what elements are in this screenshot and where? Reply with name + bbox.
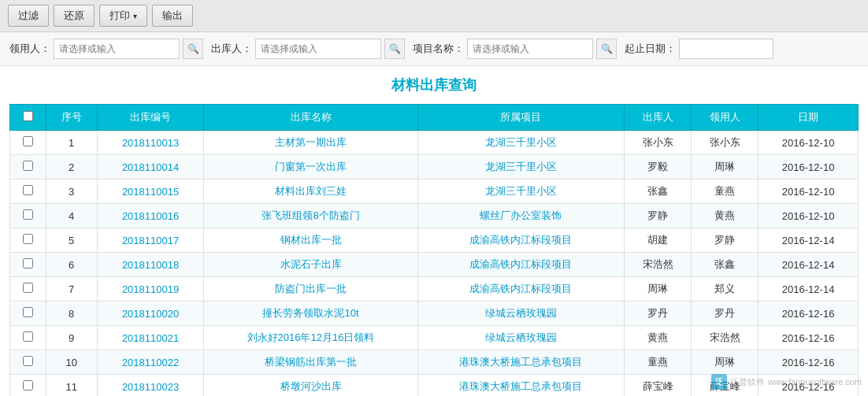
warehouse-out-search-button[interactable]: 🔍	[384, 39, 405, 59]
row-checkbox[interactable]	[23, 209, 33, 220]
warehouse-out-group: 出库人： 🔍	[211, 39, 405, 59]
row-code-link[interactable]: 2018110019	[122, 283, 179, 295]
row-project-link[interactable]: 龙湖三千里小区	[485, 161, 557, 172]
row-project-link[interactable]: 绿城云栖玫瑰园	[485, 331, 557, 343]
watermark-url: www.fanpusoftware.com	[768, 377, 862, 387]
row-checkbox-cell	[10, 228, 46, 253]
row-project: 龙湖三千里小区	[417, 179, 625, 204]
row-code: 2018110021	[97, 326, 204, 350]
row-warehouse-out: 罗静	[625, 204, 692, 228]
select-all-checkbox[interactable]	[23, 111, 33, 121]
row-checkbox[interactable]	[23, 356, 33, 366]
row-date: 2016-12-16	[759, 350, 859, 375]
row-checkbox[interactable]	[23, 185, 33, 195]
row-warehouse-out: 薛宝峰	[625, 375, 692, 397]
row-project-link[interactable]: 港珠澳大桥施工总承包项目	[459, 380, 582, 392]
row-name: 防盗门出库一批	[204, 277, 417, 302]
row-warehouse-out: 童燕	[625, 350, 692, 375]
recipient-input[interactable]	[54, 39, 180, 59]
data-table: 序号 出库编号 出库名称 所属项目 出库人 领用人 日期 1 201811001…	[9, 104, 859, 396]
row-seq: 4	[46, 204, 97, 228]
row-name-link[interactable]: 钢材出库一批	[280, 234, 342, 246]
row-recipient: 黄燕	[692, 204, 759, 228]
row-project-link[interactable]: 绿城云栖玫瑰园	[485, 307, 557, 319]
row-checkbox[interactable]	[23, 307, 33, 317]
row-name: 钢材出库一批	[204, 228, 417, 253]
row-name-link[interactable]: 主材第一期出库	[275, 136, 347, 148]
row-code-link[interactable]: 2018110021	[122, 332, 179, 344]
row-project-link[interactable]: 龙湖三千里小区	[485, 185, 557, 197]
row-name-link[interactable]: 张飞班组领8个防盗门	[262, 209, 359, 221]
header-name: 出库名称	[204, 105, 417, 131]
row-warehouse-out: 周琳	[625, 277, 692, 302]
row-project-link[interactable]: 港珠澳大桥施工总承包项目	[459, 356, 582, 368]
row-name-link[interactable]: 水泥石子出库	[280, 258, 342, 270]
row-code-link[interactable]: 2018110018	[122, 259, 179, 271]
row-project: 螺丝厂办公室装饰	[417, 204, 625, 228]
table-row: 4 2018110016 张飞班组领8个防盗门 螺丝厂办公室装饰 罗静 黄燕 2…	[10, 204, 859, 228]
project-input[interactable]	[467, 39, 593, 59]
row-project-link[interactable]: 龙湖三千里小区	[485, 136, 557, 148]
row-project-link[interactable]: 成渝高铁内江标段项目	[469, 258, 572, 270]
warehouse-out-input[interactable]	[255, 39, 381, 59]
header-project: 所属项目	[417, 105, 625, 131]
row-seq: 8	[46, 302, 97, 326]
row-checkbox-cell	[10, 375, 46, 397]
row-code-link[interactable]: 2018110016	[122, 210, 179, 222]
row-code-link[interactable]: 2018110014	[122, 161, 179, 173]
recipient-group: 领用人： 🔍	[9, 39, 203, 59]
row-checkbox[interactable]	[23, 136, 33, 146]
row-warehouse-out: 张鑫	[625, 179, 692, 204]
date-input[interactable]	[679, 39, 773, 59]
toolbar: 过滤 还原 打印 ▾ 输出	[0, 0, 868, 32]
row-project-link[interactable]: 成渝高铁内江标段项目	[469, 283, 572, 294]
row-project-link[interactable]: 成渝高铁内江标段项目	[469, 234, 572, 246]
recipient-label: 领用人：	[9, 42, 50, 56]
row-name-link[interactable]: 材料出库刘三娃	[275, 185, 347, 197]
row-name-link[interactable]: 桥梁钢筋出库第一批	[265, 356, 357, 368]
row-name-link[interactable]: 桥墩河沙出库	[280, 380, 342, 392]
row-seq: 7	[46, 277, 97, 302]
row-code-link[interactable]: 2018110020	[122, 308, 179, 320]
filter-button[interactable]: 过滤	[8, 5, 49, 27]
row-code-link[interactable]: 2018110022	[122, 357, 179, 368]
row-code: 2018110020	[97, 302, 204, 326]
row-checkbox[interactable]	[23, 258, 33, 268]
row-checkbox-cell	[10, 302, 46, 326]
row-recipient: 罗静	[692, 228, 759, 253]
row-recipient: 张鑫	[692, 253, 759, 277]
row-code-link[interactable]: 2018110013	[122, 137, 179, 149]
row-checkbox-cell	[10, 277, 46, 302]
row-recipient: 郑义	[692, 277, 759, 302]
row-date: 2016-12-14	[759, 253, 859, 277]
row-recipient: 童燕	[692, 179, 759, 204]
row-checkbox[interactable]	[23, 331, 33, 342]
row-checkbox[interactable]	[23, 234, 33, 244]
print-button[interactable]: 打印 ▾	[99, 5, 147, 27]
row-project-link[interactable]: 螺丝厂办公室装饰	[480, 209, 562, 221]
header-recipient: 领用人	[692, 105, 759, 131]
row-code-link[interactable]: 2018110017	[122, 235, 179, 246]
export-label: 输出	[162, 9, 183, 23]
row-code: 2018110014	[97, 155, 204, 179]
row-name: 门窗第一次出库	[204, 155, 417, 179]
export-button[interactable]: 输出	[152, 5, 193, 27]
row-checkbox[interactable]	[23, 283, 33, 293]
row-checkbox[interactable]	[23, 161, 33, 171]
row-checkbox[interactable]	[23, 380, 33, 390]
row-code-link[interactable]: 2018110015	[122, 186, 179, 198]
recipient-search-button[interactable]: 🔍	[183, 39, 203, 59]
row-name-link[interactable]: 防盗门出库一批	[275, 283, 347, 294]
project-group: 项目名称： 🔍	[413, 39, 617, 59]
row-code: 2018110015	[97, 179, 204, 204]
project-search-button[interactable]: 🔍	[596, 39, 617, 59]
row-name-link[interactable]: 门窗第一次出库	[275, 161, 347, 172]
row-code-link[interactable]: 2018110023	[122, 381, 179, 393]
restore-button[interactable]: 还原	[54, 5, 95, 27]
row-date: 2016-12-10	[759, 204, 859, 228]
row-name-link[interactable]: 撞长劳务领取水泥10t	[262, 307, 358, 319]
row-warehouse-out: 黄燕	[625, 326, 692, 350]
row-project: 龙湖三千里小区	[417, 155, 625, 179]
row-name-link[interactable]: 刘永好2016年12月16日领料	[247, 331, 375, 343]
table-header: 序号 出库编号 出库名称 所属项目 出库人 领用人 日期	[10, 105, 859, 131]
